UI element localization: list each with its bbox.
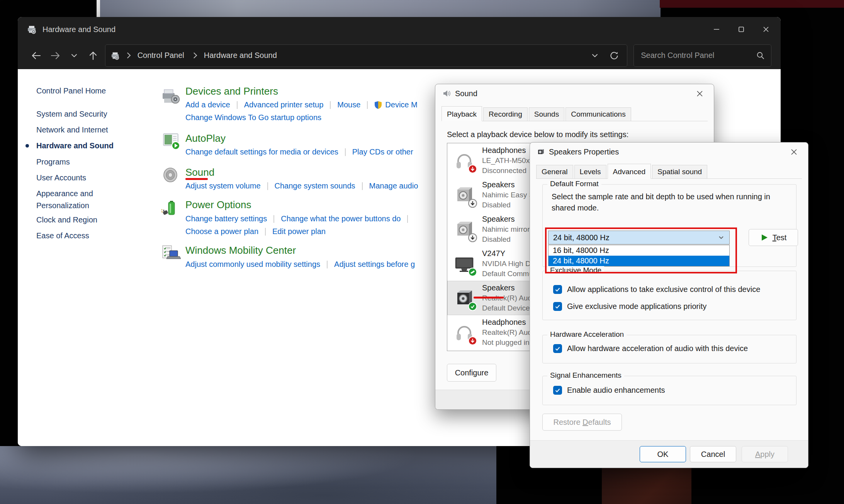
devices-and-printers-links: Add a device Advanced printer setup Mous… bbox=[185, 100, 418, 110]
search-box[interactable] bbox=[633, 44, 771, 67]
sidebar-item-user-accounts[interactable]: User Accounts bbox=[36, 172, 141, 184]
section-title-sound[interactable]: Sound bbox=[185, 166, 214, 178]
search-icon[interactable] bbox=[756, 51, 765, 60]
link-change-system-sounds[interactable]: Change system sounds bbox=[275, 182, 355, 190]
test-button[interactable]: Test bbox=[749, 229, 798, 246]
link-play-cds[interactable]: Play CDs or other bbox=[352, 148, 413, 156]
link-separator bbox=[345, 148, 346, 156]
section-title-windows-mobility-center[interactable]: Windows Mobility Center bbox=[185, 244, 296, 256]
maximize-button[interactable] bbox=[729, 19, 754, 39]
checkbox-checked-icon[interactable] bbox=[553, 285, 562, 294]
tab-levels[interactable]: Levels bbox=[574, 165, 606, 179]
up-button[interactable] bbox=[84, 47, 103, 64]
link-change-default-settings[interactable]: Change default settings for media or dev… bbox=[185, 148, 338, 156]
wallpaper-red-texture bbox=[602, 465, 691, 504]
wallpaper-red-strip bbox=[660, 0, 844, 8]
link-mouse[interactable]: Mouse bbox=[337, 100, 360, 109]
link-separator bbox=[265, 228, 266, 236]
section-title-devices-and-printers[interactable]: Devices and Printers bbox=[185, 85, 278, 97]
link-change-windows-to-go[interactable]: Change Windows To Go startup options bbox=[185, 113, 321, 122]
play-icon bbox=[760, 233, 769, 242]
tab-spatial-sound[interactable]: Spatial sound bbox=[652, 165, 707, 179]
link-adjust-system-volume[interactable]: Adjust system volume bbox=[185, 182, 261, 190]
sidebar-item-network-and-internet[interactable]: Network and Internet bbox=[36, 124, 141, 136]
address-dropdown-chevron[interactable] bbox=[591, 51, 599, 60]
speaker-icon bbox=[442, 89, 451, 98]
checkbox-exclusive-control[interactable]: Allow applications to take exclusive con… bbox=[553, 285, 760, 294]
tab-advanced[interactable]: Advanced bbox=[608, 164, 651, 179]
back-button[interactable] bbox=[27, 47, 46, 64]
breadcrumb-chevron-icon bbox=[191, 53, 197, 59]
uac-shield-icon bbox=[374, 101, 382, 109]
hardware-acceleration-legend: Hardware Acceleration bbox=[547, 330, 627, 339]
configure-button[interactable]: Configure bbox=[447, 364, 496, 382]
checkbox-audio-enhancements[interactable]: Enable audio enhancements bbox=[553, 386, 665, 395]
exclusive-mode-legend: Exclusive Mode bbox=[547, 266, 604, 275]
sidebar-item-programs[interactable]: Programs bbox=[36, 156, 141, 168]
section-title-power-options[interactable]: Power Options bbox=[185, 199, 251, 211]
ok-button[interactable]: OK bbox=[640, 446, 686, 462]
close-button[interactable] bbox=[754, 19, 778, 39]
cancel-button[interactable]: Cancel bbox=[690, 446, 736, 462]
link-adjust-mobility-settings[interactable]: Adjust commonly used mobility settings bbox=[185, 260, 320, 269]
playback-instruction: Select a playback device below to modify… bbox=[447, 130, 628, 139]
active-bullet-icon bbox=[25, 144, 29, 148]
tab-general[interactable]: General bbox=[536, 165, 573, 179]
sample-rate-combobox[interactable]: 24 bit, 48000 Hz bbox=[548, 231, 730, 244]
autoplay-links: Change default settings for media or dev… bbox=[185, 147, 413, 157]
tab-recording[interactable]: Recording bbox=[483, 107, 528, 121]
checkbox-hardware-acceleration[interactable]: Allow hardware acceleration of audio wit… bbox=[553, 344, 748, 353]
sidebar-item-clock-and-region[interactable]: Clock and Region bbox=[36, 214, 141, 226]
sound-dialog-tabs: Playback Recording Sounds Communications bbox=[442, 107, 708, 121]
minimize-button[interactable] bbox=[704, 19, 729, 39]
titlebar: Hardware and Sound bbox=[18, 17, 781, 42]
option-16bit-48000[interactable]: 16 bit, 48000 Hz bbox=[549, 245, 729, 256]
recent-locations-chevron[interactable] bbox=[65, 47, 84, 64]
tab-playback[interactable]: Playback bbox=[442, 106, 482, 121]
link-manage-audio-devices[interactable]: Manage audio bbox=[369, 182, 418, 190]
not-plugged-in-badge-icon bbox=[468, 336, 477, 345]
link-separator bbox=[367, 101, 368, 109]
restore-defaults-button[interactable]: Restore Defaults bbox=[542, 414, 622, 431]
checkbox-checked-icon[interactable] bbox=[553, 386, 562, 395]
breadcrumb-control-panel[interactable]: Control Panel bbox=[135, 49, 187, 61]
sidebar-item-control-panel-home[interactable]: Control Panel Home bbox=[36, 85, 141, 97]
hardware-and-sound-icon bbox=[27, 24, 37, 34]
windows-mobility-center-icon bbox=[161, 244, 181, 263]
signal-enhancements-legend: Signal Enhancements bbox=[547, 371, 624, 380]
checkbox-checked-icon[interactable] bbox=[553, 344, 562, 353]
link-separator bbox=[330, 101, 331, 109]
link-choose-power-plan[interactable]: Choose a power plan bbox=[185, 227, 258, 236]
forward-button[interactable] bbox=[46, 47, 65, 64]
checkbox-checked-icon[interactable] bbox=[553, 302, 562, 311]
sidebar-item-hardware-and-sound[interactable]: Hardware and Sound bbox=[36, 140, 141, 152]
sidebar-item-appearance-and-personalization[interactable]: Appearance and Personalization bbox=[36, 188, 123, 212]
link-adjust-before-presentation[interactable]: Adjust settings before g bbox=[334, 260, 415, 269]
address-bar[interactable]: Control Panel Hardware and Sound bbox=[105, 44, 628, 67]
default-format-description: Select the sample rate and bit depth to … bbox=[552, 191, 783, 214]
section-title-autoplay[interactable]: AutoPlay bbox=[185, 132, 226, 144]
apply-button[interactable]: Apply bbox=[742, 446, 788, 462]
tab-communications[interactable]: Communications bbox=[565, 107, 631, 121]
link-change-power-buttons[interactable]: Change what the power buttons do bbox=[281, 214, 401, 223]
speaker-box-icon bbox=[453, 219, 475, 240]
refresh-icon[interactable] bbox=[609, 51, 619, 61]
sound-dialog-close-icon[interactable] bbox=[692, 87, 707, 100]
tab-sounds[interactable]: Sounds bbox=[529, 107, 564, 121]
link-advanced-printer-setup[interactable]: Advanced printer setup bbox=[244, 100, 324, 109]
link-edit-power-plan[interactable]: Edit power plan bbox=[272, 227, 326, 236]
sidebar-item-ease-of-access[interactable]: Ease of Access bbox=[36, 230, 141, 242]
sample-rate-dropdown-list: 16 bit, 48000 Hz 24 bit, 48000 Hz bbox=[548, 245, 730, 266]
sidebar-item-system-and-security[interactable]: System and Security bbox=[36, 108, 141, 120]
link-device-manager[interactable]: Device M bbox=[385, 100, 417, 109]
link-add-a-device[interactable]: Add a device bbox=[185, 100, 230, 109]
checkbox-exclusive-priority[interactable]: Give exclusive mode applications priorit… bbox=[553, 302, 706, 311]
breadcrumb-hardware-and-sound[interactable]: Hardware and Sound bbox=[202, 49, 279, 61]
search-input[interactable] bbox=[640, 51, 752, 60]
power-options-links: Change battery settings Change what the … bbox=[185, 214, 414, 224]
properties-close-icon[interactable] bbox=[786, 145, 801, 158]
option-24bit-48000[interactable]: 24 bit, 48000 Hz bbox=[549, 256, 729, 266]
sound-links: Adjust system volume Change system sound… bbox=[185, 181, 418, 191]
link-change-battery-settings[interactable]: Change battery settings bbox=[185, 214, 267, 223]
power-options-icon bbox=[161, 198, 181, 217]
